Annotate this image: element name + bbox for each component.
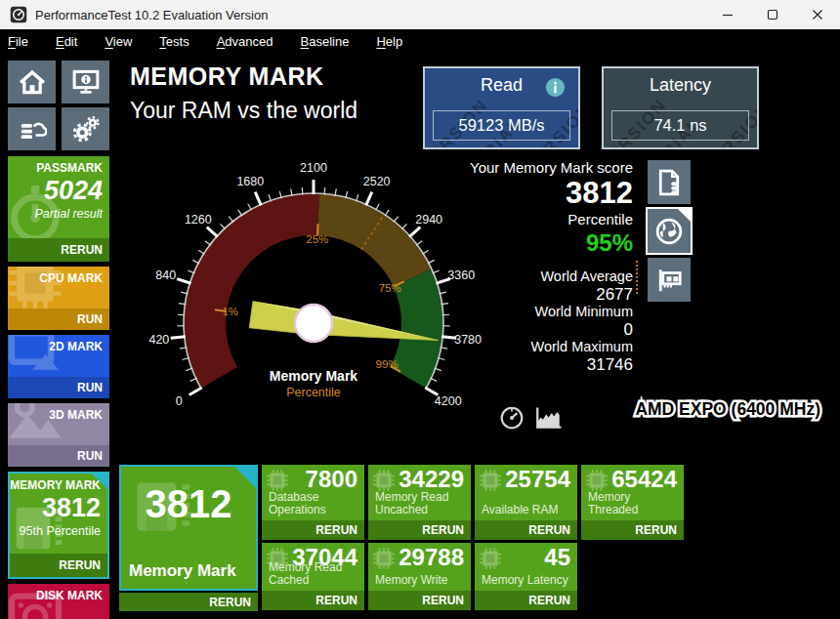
result-tile-database-operations[interactable]: 7800Database OperationsRERUN — [262, 465, 364, 540]
result-label: Memory Latency — [482, 574, 571, 587]
action-label: RERUN — [315, 594, 357, 607]
menu-tests[interactable]: Tests — [159, 34, 189, 49]
svg-text:Percentile: Percentile — [286, 386, 341, 399]
score-value: 3812 — [399, 177, 633, 210]
selected-corner — [678, 209, 691, 222]
chart-view-icon — [532, 404, 565, 431]
menu-edit[interactable]: Edit — [56, 34, 77, 49]
world-stat-value: 31746 — [399, 355, 633, 374]
result-value: 45 — [544, 544, 570, 571]
stat-value: 74.1 ns — [611, 110, 749, 141]
run-button[interactable]: RUN — [8, 309, 109, 330]
pci-card-button[interactable] — [648, 258, 691, 302]
annotation-fill: AMD EXPO (6400 MHz) — [635, 399, 820, 420]
menu-baseline[interactable]: Baseline — [301, 34, 350, 49]
rerun-button[interactable]: RERUN — [8, 238, 109, 262]
menu-file[interactable]: File — [8, 34, 28, 49]
close-button[interactable] — [795, 0, 840, 29]
world-stat-value: 2677 — [399, 285, 633, 304]
minimize-button[interactable] — [705, 0, 750, 29]
rerun-button[interactable]: RERUN — [262, 520, 364, 540]
selected-corner — [234, 467, 256, 488]
sidebar-tile-2d-mark[interactable]: 2D MARKRUN — [8, 335, 109, 398]
home-icon — [18, 67, 47, 97]
percentile-label: Percentile — [399, 211, 633, 228]
world-stats: World Average2677World Minimum0World Max… — [399, 268, 633, 374]
tile-label: 3D MARK — [49, 408, 103, 422]
rerun-button[interactable]: RERUN — [10, 554, 107, 577]
rerun-button[interactable]: RERUN — [119, 593, 258, 611]
run-button[interactable]: RUN — [8, 445, 109, 467]
rerun-button[interactable]: RERUN — [262, 591, 364, 610]
sidebar-tile-3d-mark[interactable]: 3D MARKRUN — [8, 403, 109, 467]
nav-cloud-upload-button[interactable] — [8, 107, 56, 150]
action-label: RERUN — [422, 594, 464, 607]
globe-button[interactable] — [648, 209, 691, 253]
run-button[interactable]: RUN — [8, 377, 109, 398]
nav-system-info-button[interactable] — [62, 61, 109, 103]
result-tile-memory-write[interactable]: 29788Memory WriteRERUN — [368, 543, 471, 610]
sidebar-tile-memory-mark[interactable]: MEMORY MARK381295th PercentileRERUN — [8, 472, 109, 579]
world-average-marker — [636, 261, 638, 294]
svg-text:99%: 99% — [376, 358, 399, 370]
score-panel: Your Memory Mark score 3812 Percentile 9… — [399, 159, 633, 374]
svg-text:Memory Mark: Memory Mark — [270, 368, 357, 384]
tile-subtitle: Partial result — [35, 207, 103, 221]
window-title: PerformanceTest 10.2 Evaluation Version — [35, 8, 268, 22]
chip-ghost-icon — [478, 468, 503, 493]
nav-home-button[interactable] — [8, 61, 56, 103]
result-label: Available RAM — [482, 504, 571, 516]
svg-text:1260: 1260 — [185, 213, 212, 227]
result-tile-available-ram[interactable]: 25754Available RAMRERUN — [475, 465, 577, 540]
result-value: 3812 — [121, 482, 256, 526]
result-tile-memory-read-uncached[interactable]: 34229Memory Read UncachedRERUN — [368, 465, 471, 540]
percentile-value: 95% — [399, 230, 633, 256]
action-label: RERUN — [528, 594, 570, 607]
nav-settings-button[interactable] — [62, 107, 109, 150]
tile-label: CPU MARK — [39, 271, 103, 285]
sidebar-tile-cpu-mark[interactable]: CPU MARKRUN — [8, 267, 109, 330]
action-label: RERUN — [635, 523, 677, 537]
app-logo-icon — [10, 6, 27, 23]
rerun-button[interactable]: RERUN — [581, 520, 684, 540]
sidebar-tile-passmark[interactable]: PASSMARK5024Partial resultRERUN — [8, 156, 109, 262]
svg-text:420: 420 — [148, 333, 169, 347]
menu-advanced[interactable]: Advanced — [217, 34, 273, 49]
svg-text:840: 840 — [155, 268, 176, 282]
menu-help[interactable]: Help — [376, 34, 402, 49]
world-stat-label: World Average — [399, 268, 633, 285]
report-document-button[interactable] — [648, 160, 691, 204]
svg-text:0: 0 — [176, 394, 183, 408]
maximize-button[interactable] — [750, 0, 795, 29]
pci-card-icon — [654, 266, 684, 295]
settings-icon — [71, 114, 101, 144]
result-tile-memory-mark[interactable]: 3812Memory Mark — [119, 465, 258, 591]
result-value: 29788 — [399, 544, 464, 571]
chart-view-button[interactable] — [532, 404, 565, 431]
gauge-view-button[interactable] — [499, 405, 525, 431]
sidebar-tile-disk-mark[interactable]: DISK MARK — [8, 584, 109, 619]
result-tile-memory-latency[interactable]: 45Memory LatencyRERUN — [475, 543, 577, 610]
tile-label: PASSMARK — [36, 161, 103, 175]
stat-label: Latency — [604, 75, 757, 96]
result-tile-memory-read-cached[interactable]: 37044Memory Read CachedRERUN — [262, 543, 364, 610]
chip-ghost-icon — [371, 546, 397, 571]
result-tile-memory-threaded[interactable]: 65424Memory ThreadedRERUN — [581, 465, 684, 540]
svg-text:4200: 4200 — [435, 394, 462, 408]
page-subtitle: Your RAM vs the world — [130, 98, 357, 124]
rerun-button[interactable]: RERUN — [475, 591, 577, 610]
info-icon[interactable] — [545, 77, 566, 98]
menu-view[interactable]: View — [105, 34, 132, 49]
annotation-text: AMD EXPO (6400 MHz) AMD EXPO (6400 MHz) — [584, 399, 820, 423]
world-stat-value: 0 — [399, 320, 633, 339]
world-stat-label: World Minimum — [399, 304, 633, 320]
rerun-button[interactable]: RERUN — [368, 520, 471, 540]
rerun-button[interactable]: RERUN — [368, 591, 471, 610]
action-label: RUN — [77, 381, 103, 394]
menu-bar: FileEditViewTestsAdvancedBaselineHelp — [0, 29, 840, 54]
action-label: RERUN — [315, 523, 357, 537]
gauge-view-icon — [499, 405, 525, 431]
result-value: 25754 — [505, 466, 570, 493]
tile-label: MEMORY MARK — [10, 478, 101, 492]
rerun-button[interactable]: RERUN — [475, 520, 577, 540]
